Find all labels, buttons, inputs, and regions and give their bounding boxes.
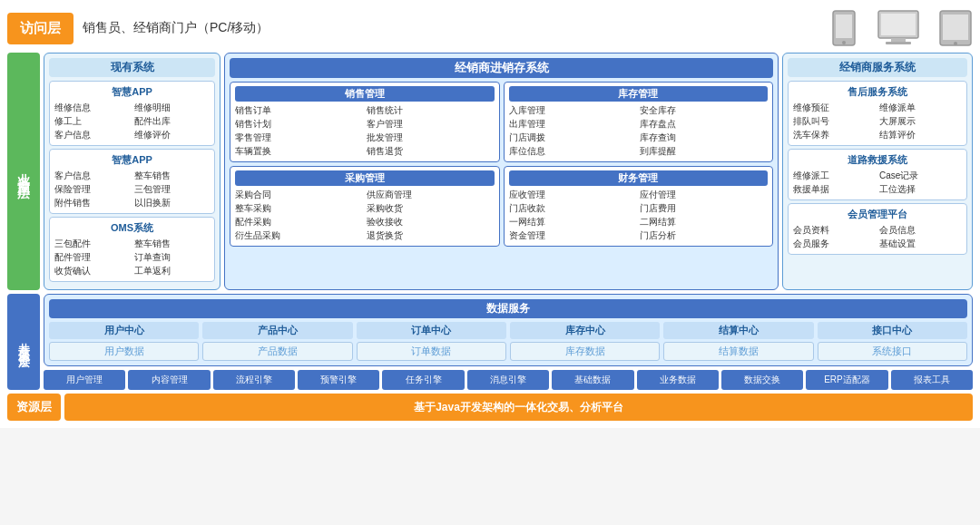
access-layer: 访问层 销售员、经销商门户（PC/移动）	[7, 9, 973, 47]
item: 门店费用	[640, 202, 768, 215]
item: 门店调拨	[509, 131, 637, 144]
shared-service-layer: 共享服务层 数据服务 用户中心 用户数据 产品中心 产品数据 订单中心	[7, 294, 973, 390]
dealer-system: 经销商进销存系统 销售管理 销售订单 销售统计 销售计划 客户管理	[224, 53, 779, 290]
settle-center-col: 结算中心 结算数据	[663, 322, 813, 361]
item: 采购合同	[235, 189, 363, 201]
item: Case记录	[879, 170, 962, 182]
product-center-col: 产品中心 产品数据	[202, 322, 352, 361]
item: 库位信息	[509, 145, 637, 158]
inventory-data-label: 库存数据	[510, 342, 660, 361]
svg-rect-4	[881, 14, 916, 35]
order-data-label: 订单数据	[357, 342, 506, 361]
access-layer-text: 销售员、经销商门户（PC/移动）	[83, 20, 820, 36]
item: 销售退货	[367, 145, 495, 158]
item: 销售订单	[235, 104, 363, 117]
sales-box: 销售管理 销售订单 销售统计 销售计划 客户管理 零售管理 批发管理 车辆置换	[230, 82, 500, 162]
settle-center-label: 结算中心	[663, 322, 813, 339]
data-centers: 用户中心 用户数据 产品中心 产品数据 订单中心 订单数据 库存中心 库存数据	[49, 322, 967, 361]
business-layer-label: 业务应用层	[7, 53, 40, 290]
sales-items: 销售订单 销售统计 销售计划 客户管理 零售管理 批发管理 车辆置换 销售退货	[235, 104, 495, 158]
smartapp1-items: 维修信息 维修明细 修工上 配件出库 客户信息 维修评价	[54, 102, 210, 141]
tag-msg-engine: 消息引擎	[467, 370, 549, 390]
svg-rect-8	[943, 15, 968, 40]
dealer-right-col: 库存管理 入库管理 安全库存 出库管理 库存盘点 门店调拨 库存查询 库位信息	[504, 82, 774, 247]
item: 零售管理	[235, 131, 363, 144]
business-layer-wrapper: 业务应用层 现有系统 智慧APP 维修信息 维修明细 修工上 配件出库 客户信息	[7, 53, 973, 290]
finance-items: 应收管理 应付管理 门店收款 门店费用 一网结算 二网结算 资金管理 门店分析	[509, 189, 769, 242]
item: 大屏展示	[879, 115, 962, 128]
item: 配件管理	[54, 251, 131, 264]
settle-data-label: 结算数据	[663, 342, 813, 361]
tablet-icon	[938, 9, 973, 47]
member-title: 会员管理平台	[793, 208, 962, 221]
purchase-title: 采购管理	[235, 170, 495, 186]
aftersale-box: 售后服务系统 维修预征 维修派单 排队叫号 大屏展示 洗车保养 结算评价	[788, 81, 967, 146]
item: 客户信息	[54, 129, 131, 141]
item: 库存盘点	[640, 118, 768, 131]
item: 三包配件	[54, 238, 131, 250]
inventory-center-col: 库存中心 库存数据	[510, 322, 660, 361]
order-center-col: 订单中心 订单数据	[357, 322, 506, 361]
interface-center-col: 接口中心 系统接口	[818, 322, 967, 361]
smartapp2-box: 智慧APP 客户信息 整车销售 保险管理 三包管理 附件销售 以旧换新	[49, 149, 215, 214]
item: 安全库存	[640, 104, 768, 117]
user-data-label: 用户数据	[49, 342, 199, 361]
item: 销售计划	[235, 118, 363, 131]
finance-title: 财务管理	[509, 170, 769, 186]
item: 以旧换新	[134, 197, 211, 209]
svg-rect-1	[836, 15, 852, 38]
inventory-title: 库存管理	[509, 86, 769, 102]
item: 维修派单	[879, 102, 962, 114]
item: 收货确认	[54, 265, 131, 277]
member-box: 会员管理平台 会员资料 会员信息 会员服务 基础设置	[788, 203, 967, 255]
top-systems: 现有系统 智慧APP 维修信息 维修明细 修工上 配件出库 客户信息 维修评价	[44, 53, 973, 290]
smartapp1-box: 智慧APP 维修信息 维修明细 修工上 配件出库 客户信息 维修评价	[49, 81, 215, 146]
item: 保险管理	[54, 183, 131, 196]
item: 销售统计	[367, 104, 495, 117]
svg-rect-6	[886, 42, 911, 44]
dealer-left-col: 销售管理 销售订单 销售统计 销售计划 客户管理 零售管理 批发管理 车辆置换	[230, 82, 500, 247]
purchase-items: 采购合同 供应商管理 整车采购 采购收货 配件采购 验收接收 衍生品采购 退货换…	[235, 189, 495, 242]
resource-layer: 资源层 基于Java开发架构的一体化交易、分析平台	[7, 394, 973, 421]
item: 门店收款	[509, 202, 637, 215]
item: 基础设置	[879, 238, 962, 250]
item: 维修派工	[793, 170, 876, 182]
item: 维修预征	[793, 102, 876, 114]
item: 会员资料	[793, 224, 876, 237]
mobile-icon	[829, 9, 858, 47]
item: 车辆置换	[235, 145, 363, 158]
item: 维修评价	[134, 129, 211, 141]
product-data-label: 产品数据	[202, 342, 352, 361]
item: 到库提醒	[640, 145, 768, 158]
sales-title: 销售管理	[235, 86, 495, 102]
resource-layer-text: 基于Java开发架构的一体化交易、分析平台	[64, 394, 973, 421]
tag-data-exchange: 数据交换	[721, 370, 803, 390]
item: 维修信息	[54, 102, 131, 114]
svg-point-2	[842, 41, 846, 44]
finance-box: 财务管理 应收管理 应付管理 门店收款 门店费用 一网结算 二网结算 资金管理	[504, 166, 774, 247]
service-system-title: 经销商服务系统	[788, 58, 967, 77]
item: 修工上	[54, 115, 131, 128]
smartapp2-items: 客户信息 整车销售 保险管理 三包管理 附件销售 以旧换新	[54, 170, 210, 209]
order-center-label: 订单中心	[357, 322, 506, 339]
road-box: 道路救援系统 维修派工 Case记录 救援单据 工位选择	[788, 149, 967, 200]
item: 验收接收	[367, 216, 495, 228]
item: 救援单据	[793, 183, 876, 196]
item: 客户管理	[367, 118, 495, 131]
item: 二网结算	[640, 216, 768, 228]
item: 维修明细	[134, 102, 211, 114]
item: 门店分析	[640, 229, 768, 242]
desktop-icon	[877, 9, 920, 47]
item: 订单查询	[134, 251, 211, 264]
data-service-title: 数据服务	[49, 299, 967, 318]
road-title: 道路救援系统	[793, 153, 962, 167]
oms-box: OMS系统 三包配件 整车销售 配件管理 订单查询 收货确认 工单返利	[49, 217, 215, 282]
item: 配件出库	[134, 115, 211, 128]
inventory-box: 库存管理 入库管理 安全库存 出库管理 库存盘点 门店调拨 库存查询 库位信息	[504, 82, 774, 162]
item: 应付管理	[640, 189, 768, 201]
interface-data-label: 系统接口	[818, 342, 967, 361]
smartapp2-title: 智慧APP	[54, 153, 210, 167]
tag-biz-data: 业务数据	[637, 370, 719, 390]
item: 采购收货	[367, 202, 495, 215]
device-icons	[829, 9, 973, 47]
